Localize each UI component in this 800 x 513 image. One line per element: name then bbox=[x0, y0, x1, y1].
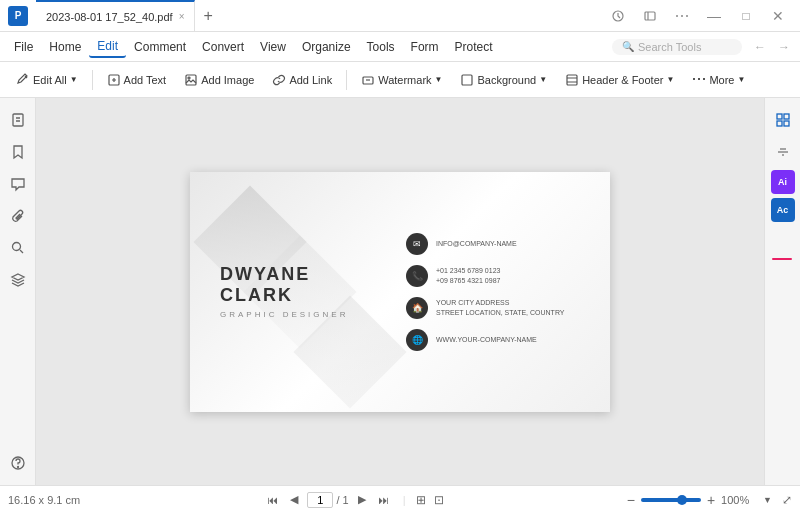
tab-bar: 2023-08-01 17_52_40.pdf × + bbox=[36, 0, 604, 31]
card-right-section: ✉ INFO@COMPANY-NAME 📞 +01 2345 6789 0123… bbox=[390, 172, 610, 412]
new-tab-button[interactable]: + bbox=[195, 7, 220, 25]
ai-assistant-1-badge[interactable]: Ai bbox=[771, 170, 795, 194]
back-nav-icon[interactable]: ← bbox=[750, 37, 770, 57]
active-tab[interactable]: 2023-08-01 17_52_40.pdf × bbox=[36, 0, 195, 31]
svg-rect-9 bbox=[462, 75, 472, 85]
sidebar-attachment-icon[interactable] bbox=[4, 202, 32, 230]
add-image-button[interactable]: Add Image bbox=[176, 69, 262, 91]
sidebar-layers-icon[interactable] bbox=[4, 266, 32, 294]
svg-point-15 bbox=[12, 243, 20, 251]
edit-all-button[interactable]: Edit All ▼ bbox=[8, 69, 86, 91]
zoom-in-button[interactable]: + bbox=[707, 492, 715, 508]
statusbar-right: − + 100% ▼ ⤢ bbox=[627, 492, 792, 508]
sidebar-pages-icon[interactable] bbox=[4, 106, 32, 134]
share-icon[interactable] bbox=[604, 5, 632, 27]
menu-organize[interactable]: Organize bbox=[294, 37, 359, 57]
red-indicator-line bbox=[772, 258, 792, 260]
main-layout: DWYANE CLARK GRAPHIC DESIGNER ✉ INFO@COM… bbox=[0, 98, 800, 485]
menu-view[interactable]: View bbox=[252, 37, 294, 57]
total-pages: 1 bbox=[343, 494, 349, 506]
maximize-button[interactable]: □ bbox=[732, 5, 760, 27]
card-website-text: WWW.YOUR-COMPANY-NAME bbox=[436, 335, 537, 345]
statusbar: 16.16 x 9.1 cm ⏮ ◀ / 1 ▶ ⏭ | ⊞ ⊡ − + 100… bbox=[0, 485, 800, 513]
forward-nav-icon[interactable]: → bbox=[774, 37, 794, 57]
menu-file[interactable]: File bbox=[6, 37, 41, 57]
sidebar-comment-icon[interactable] bbox=[4, 170, 32, 198]
website-icon-circle: 🌐 bbox=[406, 329, 428, 351]
titlebar: P 2023-08-01 17_52_40.pdf × + — □ bbox=[0, 0, 800, 32]
svg-rect-13 bbox=[703, 78, 705, 80]
watermark-button[interactable]: Watermark ▼ bbox=[353, 69, 450, 91]
svg-point-2 bbox=[676, 15, 678, 17]
first-page-button[interactable]: ⏮ bbox=[263, 491, 281, 509]
panel-grid-icon[interactable] bbox=[769, 106, 797, 134]
left-sidebar bbox=[0, 98, 36, 485]
svg-point-3 bbox=[681, 15, 683, 17]
close-button[interactable]: ✕ bbox=[764, 5, 792, 27]
statusbar-center: ⏮ ◀ / 1 ▶ ⏭ | ⊞ ⊡ bbox=[86, 491, 621, 509]
zoom-level: 100% bbox=[721, 494, 757, 506]
email-icon-circle: ✉ bbox=[406, 233, 428, 255]
tab-close-button[interactable]: × bbox=[179, 11, 185, 22]
menu-edit[interactable]: Edit bbox=[89, 36, 126, 58]
last-page-button[interactable]: ⏭ bbox=[375, 491, 393, 509]
fit-width-button[interactable]: ⊡ bbox=[434, 493, 444, 507]
card-phone-text: +01 2345 6789 0123 +09 8765 4321 0987 bbox=[436, 266, 500, 286]
svg-rect-21 bbox=[784, 121, 789, 126]
add-text-button[interactable]: Add Text bbox=[99, 69, 175, 91]
page-dimensions: 16.16 x 9.1 cm bbox=[8, 494, 80, 506]
content-area: DWYANE CLARK GRAPHIC DESIGNER ✉ INFO@COM… bbox=[36, 98, 764, 485]
right-sidebar: Ai Ac bbox=[764, 98, 800, 485]
tab-filename: 2023-08-01 17_52_40.pdf bbox=[46, 11, 173, 23]
sidebar-toggle-icon[interactable] bbox=[636, 5, 664, 27]
panel-adjust-icon[interactable] bbox=[769, 138, 797, 166]
card-person-name: DWYANE CLARK bbox=[220, 264, 390, 306]
add-link-button[interactable]: Add Link bbox=[264, 69, 340, 91]
svg-rect-14 bbox=[13, 114, 23, 126]
zoom-thumb[interactable] bbox=[677, 495, 687, 505]
chevron-down-icon-2: ▼ bbox=[435, 75, 443, 84]
menu-protect[interactable]: Protect bbox=[447, 37, 501, 57]
sidebar-help-icon[interactable] bbox=[4, 449, 32, 477]
card-address-row: 🏠 YOUR CITY ADDRESS STREET LOCATION, STA… bbox=[406, 297, 594, 319]
menu-home[interactable]: Home bbox=[41, 37, 89, 57]
sidebar-bookmark-icon[interactable] bbox=[4, 138, 32, 166]
address-icon-circle: 🏠 bbox=[406, 297, 428, 319]
search-tools-area[interactable]: 🔍 Search Tools bbox=[612, 39, 742, 55]
overflow-menu-icon[interactable] bbox=[668, 5, 696, 27]
chevron-down-icon-4: ▼ bbox=[666, 75, 674, 84]
image-icon bbox=[184, 73, 198, 87]
menu-convert[interactable]: Convert bbox=[194, 37, 252, 57]
zoom-out-button[interactable]: − bbox=[627, 492, 635, 508]
card-email-text: INFO@COMPANY-NAME bbox=[436, 239, 517, 249]
ai-assistant-2-badge[interactable]: Ac bbox=[771, 198, 795, 222]
watermark-icon bbox=[361, 73, 375, 87]
sidebar-search-icon[interactable] bbox=[4, 234, 32, 262]
background-icon bbox=[460, 73, 474, 87]
fullscreen-button[interactable]: ⤢ bbox=[782, 493, 792, 507]
minimize-button[interactable]: — bbox=[700, 5, 728, 27]
search-icon: 🔍 bbox=[622, 41, 634, 52]
more-icon bbox=[692, 73, 706, 87]
svg-rect-18 bbox=[777, 114, 782, 119]
svg-point-17 bbox=[17, 467, 18, 468]
zoom-slider[interactable] bbox=[641, 498, 701, 502]
svg-point-4 bbox=[686, 15, 688, 17]
background-button[interactable]: Background ▼ bbox=[452, 69, 555, 91]
prev-page-button[interactable]: ◀ bbox=[285, 491, 303, 509]
menu-comment[interactable]: Comment bbox=[126, 37, 194, 57]
card-address-text: YOUR CITY ADDRESS STREET LOCATION, STATE… bbox=[436, 298, 564, 318]
fit-page-button[interactable]: ⊞ bbox=[416, 493, 426, 507]
svg-rect-20 bbox=[777, 121, 782, 126]
toolbar: Edit All ▼ Add Text Add Image Add Link W… bbox=[0, 62, 800, 98]
menu-form[interactable]: Form bbox=[403, 37, 447, 57]
next-page-button[interactable]: ▶ bbox=[353, 491, 371, 509]
chevron-down-zoom[interactable]: ▼ bbox=[763, 495, 772, 505]
menu-tools[interactable]: Tools bbox=[359, 37, 403, 57]
header-footer-icon bbox=[565, 73, 579, 87]
chevron-down-icon-3: ▼ bbox=[539, 75, 547, 84]
page-number-input[interactable] bbox=[307, 492, 333, 508]
more-button[interactable]: More ▼ bbox=[684, 69, 753, 91]
header-footer-button[interactable]: Header & Footer ▼ bbox=[557, 69, 682, 91]
toolbar-divider-1 bbox=[92, 70, 93, 90]
